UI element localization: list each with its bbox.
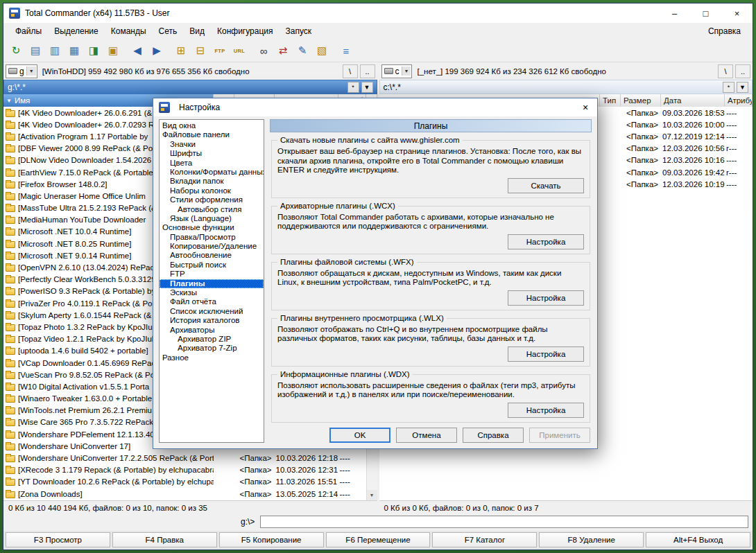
tree-item[interactable]: Основные функции (160, 223, 264, 232)
back-icon[interactable]: ◀ (128, 42, 146, 60)
tree-view-icon[interactable]: ▦ (65, 42, 83, 60)
tree-item[interactable]: Вид окна (160, 121, 264, 130)
maximize-button[interactable]: □ (690, 3, 721, 23)
scroll-down-icon[interactable]: ▼ (367, 490, 377, 500)
group-action-button[interactable]: Скачать (508, 178, 584, 193)
menu-item[interactable]: Запуск (280, 26, 318, 36)
help-button[interactable]: Справка (463, 428, 524, 443)
app-icon[interactable] (9, 8, 20, 19)
unpack-icon[interactable]: ⊟ (191, 42, 209, 60)
tree-item[interactable]: Вкладки папок (160, 177, 264, 186)
current-path-right: c:\*.* (384, 82, 401, 92)
ok-button[interactable]: OK (329, 428, 390, 443)
close-button[interactable]: × (721, 3, 753, 23)
file-row[interactable]: [XRecode 3 1.179 Repack (& Portable) by … (3, 464, 366, 476)
tree-item[interactable]: Список исключений (160, 307, 264, 316)
f8-delete-button[interactable]: F8 Удаление (539, 532, 644, 547)
f3-view-button[interactable]: F3 Просмотр (6, 532, 110, 547)
search-icon[interactable]: ∞ (255, 42, 273, 60)
tree-item[interactable]: Эскизы (160, 288, 264, 297)
file-row[interactable]: [Zona Downloads] <Папка> 13.05.2025 12:1… (3, 488, 366, 500)
file-row[interactable]: [Wondershare UniConverter 17.2.2.505 ReP… (3, 452, 366, 464)
f5-copy-button[interactable]: F5 Копирование (219, 532, 324, 547)
pack-icon[interactable]: ⊞ (172, 42, 190, 60)
path-bar-right[interactable]: c:\*.* * ▼ (379, 80, 753, 94)
tree-item[interactable]: Колонки/Форматы данных (160, 168, 264, 177)
column-header-date[interactable]: Дата (661, 94, 725, 107)
tree-item[interactable]: Наборы колонок (160, 186, 264, 195)
dialog-close-button[interactable]: × (574, 98, 597, 116)
menu-item[interactable]: Конфигурация (211, 26, 280, 36)
history-button-right[interactable]: ▼ (737, 82, 748, 93)
tree-item[interactable]: История каталогов (160, 316, 264, 325)
tree-item[interactable]: Быстрый поиск (160, 261, 264, 270)
root-button-right[interactable]: \ (718, 64, 733, 78)
dialog-icon (159, 102, 170, 113)
tree-item[interactable]: Архиватор ZIP (160, 335, 264, 344)
refresh-icon[interactable]: ↻ (7, 42, 25, 60)
menu-item[interactable]: Вид (183, 26, 211, 36)
favorites-button-left[interactable]: * (347, 82, 359, 93)
menu-item[interactable]: Выделение (48, 26, 105, 36)
chevron-down-icon[interactable]: ▼ (402, 67, 411, 76)
menu-item[interactable]: Команды (105, 26, 153, 36)
multi-rename-icon[interactable]: ✎ (293, 42, 311, 60)
menu-item[interactable]: Сеть (153, 26, 184, 36)
dialog-titlebar[interactable]: Настройка × (153, 98, 597, 116)
ftp-connect-icon[interactable]: FTP (211, 42, 229, 60)
tree-item[interactable]: Разное (160, 353, 264, 362)
tree-item[interactable]: Копирование/Удаление (160, 242, 264, 251)
thumbnails-icon[interactable]: ▣ (104, 42, 122, 60)
chevron-down-icon[interactable]: ▼ (26, 67, 36, 76)
drive-selector-right[interactable]: c ▼ (381, 64, 413, 78)
group-action-button[interactable]: Настройка (508, 234, 584, 249)
root-button-left[interactable]: \ (343, 64, 358, 78)
tree-item[interactable]: Архиваторы (160, 326, 264, 335)
group-action-button[interactable]: Настройка (508, 346, 584, 362)
tree-item[interactable]: Стили оформления (160, 195, 264, 204)
folder-icon (6, 384, 15, 391)
tree-item[interactable]: FTP (160, 270, 264, 279)
up-button-right[interactable]: .. (735, 64, 750, 78)
forward-icon[interactable]: ▶ (148, 42, 166, 60)
up-button-left[interactable]: .. (360, 64, 375, 78)
f4-edit-button[interactable]: F4 Правка (112, 532, 217, 547)
column-header-attr[interactable]: Атрибут (725, 94, 753, 107)
tree-item[interactable]: Язык (Language) (160, 214, 264, 223)
tree-item[interactable]: Плагины (160, 279, 264, 288)
group-action-button[interactable]: Настройка (508, 403, 584, 418)
tree-item[interactable]: Правка/Просмотр (160, 233, 264, 242)
encrypt-icon[interactable]: ▧ (313, 42, 331, 60)
menu-item-help[interactable]: Справка (702, 26, 747, 36)
tree-item[interactable]: Архиватор 7-Zip (160, 344, 264, 353)
tree-item[interactable]: Шрифты (160, 149, 264, 158)
cancel-button[interactable]: Отмена (396, 428, 457, 443)
file-row[interactable]: [YT Downloader 10.2.6 RePack (& Portable… (3, 476, 366, 488)
tree-item[interactable]: Файл отчёта (160, 297, 264, 306)
minimize-button[interactable]: – (659, 3, 690, 23)
menu-item[interactable]: Файлы (9, 26, 48, 36)
drive-selector-left[interactable]: g ▼ (6, 64, 37, 78)
alt-f4-exit-button[interactable]: Alt+F4 Выход (646, 532, 750, 547)
path-bar-left[interactable]: g:\*.* * ▼ (3, 80, 377, 94)
tree-item[interactable]: Цвета (160, 159, 264, 168)
command-line-input[interactable] (260, 516, 748, 528)
editor-icon[interactable]: ≡ (337, 42, 355, 60)
quick-view-icon[interactable]: ◨ (85, 42, 103, 60)
tree-item[interactable]: Значки (160, 140, 264, 149)
brief-view-icon[interactable]: ▤ (26, 42, 44, 60)
column-header-type[interactable]: Тип (600, 94, 621, 107)
apply-button[interactable]: Применить (529, 428, 590, 443)
full-view-icon[interactable]: ▥ (46, 42, 64, 60)
f6-move-button[interactable]: F6 Перемещение (326, 532, 431, 547)
column-header-size[interactable]: Размер (621, 94, 661, 107)
compare-icon[interactable]: ⇄ (274, 42, 292, 60)
ftp-url-icon[interactable]: URL (230, 42, 248, 60)
f7-mkdir-button[interactable]: F7 Каталог (432, 532, 537, 547)
favorites-button-right[interactable]: * (723, 82, 734, 93)
group-action-button[interactable]: Настройка (508, 290, 584, 306)
history-button-left[interactable]: ▼ (361, 82, 373, 93)
tree-item[interactable]: Файловые панели (160, 130, 264, 139)
tree-item[interactable]: Автовыбор стиля (160, 205, 264, 214)
tree-item[interactable]: Автообновление (160, 251, 264, 260)
